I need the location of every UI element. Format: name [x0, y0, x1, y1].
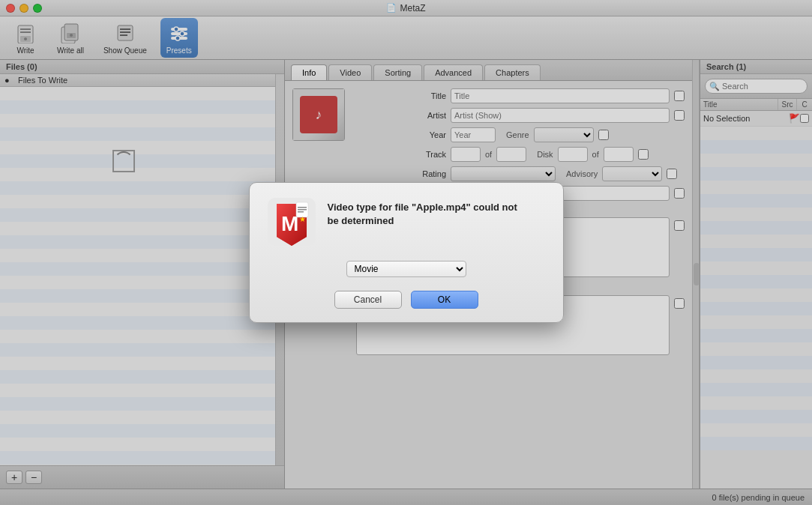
dialog-select-row: Movie TV Show Music Video Short Film: [268, 261, 545, 277]
cancel-button[interactable]: Cancel: [334, 291, 402, 309]
svg-text:★: ★: [299, 215, 306, 223]
dialog-message: Video type for file "Apple.mp4" could no…: [328, 201, 517, 228]
svg-rect-24: [298, 207, 307, 208]
dialog-buttons: Cancel OK: [268, 291, 545, 309]
svg-rect-25: [298, 209, 307, 211]
video-type-select[interactable]: Movie TV Show Music Video Short Film: [346, 261, 466, 277]
dialog-icon: M ★: [268, 198, 316, 246]
dialog-content: M ★ Video type for file "Apple.mp4" coul…: [268, 198, 545, 246]
ok-button[interactable]: OK: [411, 291, 478, 309]
dialog-overlay: M ★ Video type for file "Apple.mp4" coul…: [0, 0, 812, 505]
dialog: M ★ Video type for file "Apple.mp4" coul…: [249, 182, 564, 323]
svg-rect-26: [298, 211, 304, 213]
